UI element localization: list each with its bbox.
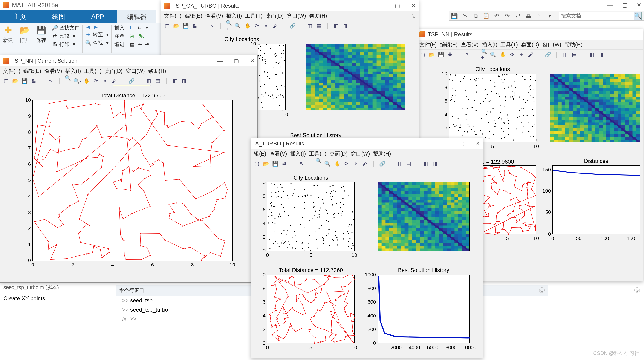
menu-desktop[interactable]: 桌面(D) (105, 68, 123, 75)
help-icon[interactable]: ? (536, 12, 542, 19)
cut-icon[interactable]: ✂ (462, 12, 468, 19)
panel-menu-icon[interactable]: ⊙ (539, 287, 544, 293)
datacursor-icon[interactable]: ⌖ (518, 51, 525, 58)
menu-insert[interactable]: 插入(I) (226, 12, 242, 19)
doc-search[interactable]: 🔍 (559, 12, 642, 20)
minimize-button[interactable]: — (443, 140, 448, 147)
copy-icon[interactable]: ⧉ (472, 12, 479, 19)
insert-row[interactable]: 插入 ☐fx ▾ (114, 24, 150, 31)
menu-view[interactable]: 查看(V) (461, 41, 478, 48)
search-input[interactable] (559, 13, 634, 19)
new-icon[interactable]: ▢ (164, 22, 170, 29)
paste-icon[interactable]: 📋 (483, 12, 490, 19)
indent-row[interactable]: 缩进 ▤⇤⇥ (114, 41, 150, 48)
undock-icon[interactable]: ◨ (342, 22, 349, 29)
axes-tour[interactable]: Total Distance = 122.9600 10 9 8 7 6 5 4… (32, 100, 232, 261)
menu-insert[interactable]: 插入(I) (482, 41, 498, 48)
pan-icon[interactable]: ✋ (83, 78, 90, 85)
menu-insert[interactable]: 插入(I) (65, 68, 81, 75)
axes-best-history[interactable]: Best Solution History 1000 800 600 400 2… (378, 275, 470, 344)
close-button[interactable]: ✕ (250, 58, 255, 64)
menu-more-icon[interactable]: ↘ (412, 13, 416, 19)
save-icon[interactable]: 💾 (272, 160, 279, 167)
rotate-icon[interactable]: ⟳ (509, 51, 516, 58)
axes-distance-matrix[interactable]: Distance Matrix 50 100 150 200 50 100 15… (306, 44, 405, 110)
maximize-button[interactable]: ▢ (459, 140, 464, 147)
close-button[interactable]: ✕ (637, 2, 641, 8)
link-icon[interactable]: 🔗 (544, 51, 551, 58)
open-icon[interactable]: 📂 (262, 160, 270, 167)
pan-icon[interactable]: ✋ (500, 51, 506, 58)
menu-help[interactable]: 帮助(H) (564, 41, 582, 48)
link-icon[interactable]: 🔗 (289, 22, 296, 29)
file-entry[interactable]: seed_tsp_turbo.m (脚本) (0, 282, 115, 293)
comment-row[interactable]: 注释 % ‰ (114, 33, 150, 39)
maximize-button[interactable]: ▢ (622, 2, 628, 8)
colorbar-icon[interactable]: ▥ (145, 78, 152, 85)
open-icon[interactable]: 📂 (428, 51, 435, 58)
redo-icon[interactable]: ↷ (504, 12, 511, 19)
menu-tools[interactable]: 工具(T) (500, 41, 518, 48)
menu-tools[interactable]: 工具(T) (309, 150, 326, 157)
pointer-icon[interactable]: ↖ (464, 51, 471, 58)
dock-icon[interactable]: ◧ (588, 51, 595, 58)
zoom-in-icon[interactable]: 🔍+ (65, 78, 72, 85)
tab-home[interactable]: 主页 (0, 10, 39, 23)
link-icon[interactable]: 🔗 (128, 78, 135, 85)
menu-tools[interactable]: 工具(T) (84, 68, 101, 75)
menu-help[interactable]: 帮助(H) (148, 68, 166, 75)
menu-file[interactable]: 文件(F) (420, 41, 437, 48)
open-icon[interactable]: 📂 (12, 78, 19, 85)
menu-desktop[interactable]: 桌面(D) (266, 12, 284, 19)
maximize-button[interactable]: ▢ (234, 58, 239, 64)
menu-window[interactable]: 窗口(W) (126, 68, 145, 75)
zoom-out-icon[interactable]: 🔍- (490, 51, 497, 58)
axes-city-locations[interactable]: City Locations 10 8 6 4 2 0 0 5 10 (449, 73, 536, 143)
legend-icon[interactable]: ▤ (571, 51, 578, 58)
undock-icon[interactable]: ◨ (181, 78, 188, 85)
print-icon[interactable]: 🖶 (446, 51, 454, 58)
pointer-icon[interactable]: ↖ (298, 160, 305, 167)
link-icon[interactable]: 🔗 (379, 160, 386, 167)
menu-window[interactable]: 窗口(W) (542, 41, 562, 48)
menu-edit[interactable]: 编辑(E) (24, 68, 41, 75)
menu-edit[interactable]: 辑(E) (254, 150, 266, 157)
menu-window[interactable]: 窗口(W) (287, 12, 306, 19)
datacursor-icon[interactable]: ⌖ (102, 78, 108, 85)
pointer-icon[interactable]: ↖ (48, 78, 54, 85)
legend-icon[interactable]: ▤ (154, 78, 161, 85)
save-icon[interactable]: 💾 (438, 51, 444, 58)
dock-icon[interactable]: ◧ (172, 78, 178, 85)
pointer-icon[interactable]: ↖ (208, 22, 215, 29)
menu-window[interactable]: 窗口(W) (351, 150, 370, 157)
find-files-button[interactable]: 🔎查找文件 (52, 24, 80, 31)
nav-back-button[interactable]: ◀▶ (85, 24, 108, 30)
goto-button[interactable]: ➔转至 ▾ (85, 31, 108, 38)
save-icon[interactable]: 💾 (451, 12, 458, 19)
brush-icon[interactable]: 🖌 (362, 160, 368, 167)
menu-desktop[interactable]: 桌面(D) (330, 150, 348, 157)
axes-distance-matrix[interactable]: Distance Matrix 50 100 150 200 50 100 15… (378, 182, 470, 251)
dock-icon[interactable]: ◧ (422, 160, 429, 167)
axes-solution-tour[interactable]: 5 0 5 10 (479, 166, 536, 234)
open-icon[interactable]: 📂 (173, 22, 180, 29)
zoom-out-icon[interactable]: 🔍- (325, 160, 332, 167)
menu-help[interactable]: 帮助(H) (373, 150, 391, 157)
axes-solution-tour[interactable]: Total Distance = 112.7260 0 8 6 4 2 0 0 … (267, 275, 354, 344)
dropdown-icon[interactable]: ▾ (546, 12, 553, 19)
tab-plots[interactable]: 绘图 (39, 10, 78, 23)
menu-tools[interactable]: 工具(T) (245, 12, 262, 19)
pan-icon[interactable]: ✋ (334, 160, 341, 167)
panel-menu-icon[interactable]: ⊙ (634, 287, 640, 293)
switch-icon[interactable]: ⇄ (514, 12, 521, 19)
menu-view[interactable]: 查看(V) (44, 68, 62, 75)
maximize-button[interactable]: ▢ (395, 2, 400, 9)
legend-icon[interactable]: ▤ (405, 160, 412, 167)
print-icon[interactable]: 🖶 (281, 160, 288, 167)
undo-icon[interactable]: ↶ (493, 12, 500, 19)
print-icon[interactable]: 🖶 (30, 78, 37, 85)
find-button[interactable]: 🔍查找 ▾ (85, 39, 108, 46)
menu-desktop[interactable]: 桌面(D) (521, 41, 539, 48)
menu-view[interactable]: 查看(V) (206, 12, 223, 19)
axes-city-locations[interactable]: City Locations 10 10 (258, 44, 286, 110)
